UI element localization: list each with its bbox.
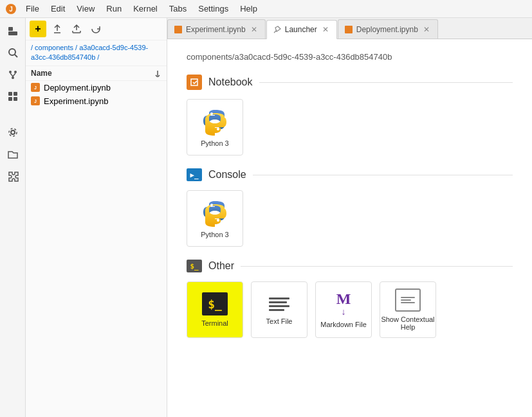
- card-markdown-file[interactable]: M ↓ Markdown File: [315, 281, 372, 338]
- launcher-path: components/a3a0cacd-5d9c-4539-a3cc-436db…: [187, 52, 513, 62]
- file-item-experiment[interactable]: J Experiment.ipynb: [26, 94, 167, 108]
- python-logo-icon: [201, 107, 229, 136]
- svg-rect-12: [14, 92, 17, 96]
- file-item-deployment[interactable]: J Deployment.ipynb: [26, 81, 167, 94]
- menu-bar: J File Edit View Run Kernel Tabs Setting…: [0, 0, 532, 18]
- card-contextual-help[interactable]: Show Contextual Help: [380, 281, 436, 338]
- menu-edit[interactable]: Edit: [46, 3, 70, 15]
- sort-icon: [154, 69, 161, 77]
- content-area: Experiment.ipynb ✕ Launcher ✕ Deployment…: [167, 18, 532, 417]
- svg-point-4: [9, 49, 15, 55]
- other-section-label: Other: [208, 260, 234, 272]
- ipynb-icon: J: [31, 96, 40, 105]
- other-section-header: $_ Other: [187, 260, 513, 272]
- svg-point-6: [9, 71, 12, 73]
- gear-icon-btn[interactable]: [3, 122, 23, 143]
- notebook-tab-icon: [345, 26, 353, 33]
- tab-close-deployment[interactable]: ✕: [422, 25, 431, 34]
- git-icon-btn[interactable]: [3, 64, 23, 85]
- card-terminal[interactable]: $_ Terminal: [187, 281, 243, 338]
- svg-point-17: [210, 112, 213, 115]
- svg-point-16: [9, 129, 17, 136]
- breadcrumb-text: / components / a3a0cacd-5d9c-4539-a3cc-4…: [31, 44, 148, 61]
- svg-rect-3: [8, 31, 17, 35]
- menu-run[interactable]: Run: [101, 3, 127, 15]
- notebook-section-header: Notebook: [187, 75, 513, 90]
- console-section-header: ▶_ Console: [187, 168, 513, 181]
- icon-bar: [0, 18, 26, 417]
- card-label: Terminal: [201, 319, 228, 327]
- svg-rect-13: [8, 97, 12, 101]
- card-label: Python 3: [201, 231, 228, 238]
- other-divider: [241, 266, 513, 267]
- tab-close-experiment[interactable]: ✕: [250, 25, 259, 34]
- tab-launcher[interactable]: Launcher ✕: [266, 20, 337, 39]
- new-file-button[interactable]: +: [30, 21, 46, 37]
- card-text-file[interactable]: Text File: [251, 281, 307, 338]
- svg-text:J: J: [9, 6, 13, 13]
- svg-line-10: [13, 73, 15, 76]
- console-section-label: Console: [208, 169, 246, 181]
- puzzle-icon-btn[interactable]: [3, 166, 23, 186]
- name-column-header: Name: [31, 69, 52, 78]
- tab-label: Launcher: [285, 25, 317, 34]
- upload-button[interactable]: [49, 21, 66, 37]
- tabs-bar: Experiment.ipynb ✕ Launcher ✕ Deployment…: [167, 18, 532, 39]
- other-cards: $_ Terminal Text File: [187, 281, 513, 338]
- extensions-icon-btn[interactable]: [3, 86, 23, 107]
- search-icon-btn[interactable]: [3, 42, 23, 63]
- markdown-icon: M ↓: [336, 291, 351, 317]
- svg-point-18: [217, 128, 219, 130]
- card-label: Python 3: [201, 139, 228, 147]
- launcher-tab-icon: [273, 26, 281, 33]
- refresh-button[interactable]: [87, 21, 104, 37]
- textfile-icon: [266, 295, 292, 314]
- file-name: Experiment.ipynb: [44, 96, 108, 106]
- svg-point-19: [210, 204, 213, 206]
- card-label: Show Contextual Help: [380, 315, 436, 331]
- svg-rect-2: [8, 27, 13, 31]
- folder-open-icon-btn[interactable]: [3, 144, 23, 164]
- card-label: Markdown File: [320, 321, 367, 328]
- file-name: Deployment.ipynb: [44, 83, 111, 93]
- app-logo: J: [5, 3, 17, 15]
- svg-point-20: [217, 219, 219, 222]
- console-divider: [253, 175, 513, 175]
- notebook-tab-icon: [174, 26, 182, 33]
- menu-help[interactable]: Help: [235, 3, 262, 15]
- other-section-icon: $_: [187, 260, 202, 272]
- notebook-section-label: Notebook: [208, 76, 253, 88]
- tab-close-launcher[interactable]: ✕: [321, 25, 330, 34]
- card-notebook-python3[interactable]: Python 3: [187, 99, 243, 155]
- tab-label: Deployment.ipynb: [356, 25, 418, 34]
- console-section-icon: ▶_: [187, 168, 202, 181]
- menu-file[interactable]: File: [21, 3, 44, 15]
- svg-point-15: [11, 130, 15, 134]
- breadcrumb: / components / a3a0cacd-5d9c-4539-a3cc-4…: [26, 40, 167, 66]
- svg-rect-14: [14, 97, 17, 101]
- svg-point-8: [12, 76, 14, 79]
- contextual-help-icon: [395, 288, 421, 312]
- console-cards: Python 3: [187, 190, 513, 247]
- tab-label: Experiment.ipynb: [186, 25, 246, 34]
- svg-rect-11: [8, 92, 12, 96]
- upload2-button[interactable]: [68, 21, 85, 37]
- menu-kernel[interactable]: Kernel: [128, 3, 163, 15]
- tab-experiment[interactable]: Experiment.ipynb ✕: [167, 19, 266, 39]
- notebook-cards: Python 3: [187, 99, 513, 155]
- sidebar: + / components / a3a0cacd-5d9c-4539-a3cc…: [26, 18, 167, 417]
- file-list-header: Name: [26, 66, 167, 81]
- svg-point-7: [14, 71, 17, 73]
- tab-deployment[interactable]: Deployment.ipynb ✕: [338, 19, 438, 39]
- svg-line-5: [15, 55, 17, 57]
- menu-settings[interactable]: Settings: [193, 3, 234, 15]
- files-icon-btn[interactable]: [3, 21, 23, 41]
- menu-view[interactable]: View: [71, 3, 100, 15]
- python-logo-icon-2: [201, 199, 229, 227]
- card-console-python3[interactable]: Python 3: [187, 190, 243, 247]
- ipynb-icon: J: [31, 83, 40, 92]
- card-label: Text File: [266, 317, 293, 325]
- menu-tabs[interactable]: Tabs: [164, 3, 192, 15]
- launcher-content: components/a3a0cacd-5d9c-4539-a3cc-436db…: [167, 39, 532, 417]
- terminal-icon: $_: [202, 292, 228, 315]
